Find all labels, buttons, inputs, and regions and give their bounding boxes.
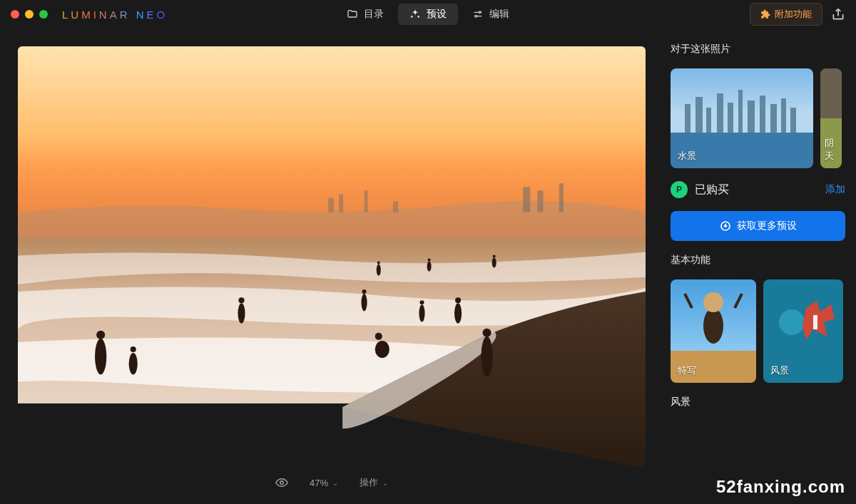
photo-canvas[interactable] <box>18 46 646 468</box>
svg-point-16 <box>238 297 244 303</box>
app-logo: LUMINAR NEO <box>62 9 168 21</box>
image-viewer: 47% ⌄ 操作 ⌄ <box>0 29 663 504</box>
svg-point-22 <box>419 300 424 304</box>
maximize-window-button[interactable] <box>39 10 48 19</box>
svg-rect-5 <box>365 190 368 212</box>
svg-point-19 <box>361 294 367 311</box>
sliders-icon <box>472 9 484 20</box>
zoom-control[interactable]: 47% ⌄ <box>310 478 338 488</box>
actions-menu[interactable]: 操作 ⌄ <box>360 476 388 489</box>
main-area: 47% ⌄ 操作 ⌄ 对于这张照片 水景 <box>0 29 856 504</box>
svg-point-0 <box>479 11 481 14</box>
svg-point-27 <box>377 264 381 276</box>
svg-rect-4 <box>339 194 343 212</box>
svg-point-13 <box>129 353 138 374</box>
svg-point-24 <box>455 297 461 303</box>
chevron-down-icon: ⌄ <box>382 479 388 487</box>
svg-point-26 <box>483 329 491 337</box>
tab-catalog[interactable]: 目录 <box>335 4 395 25</box>
svg-rect-38 <box>706 108 711 133</box>
svg-point-31 <box>492 258 496 268</box>
svg-point-1 <box>475 15 477 17</box>
svg-rect-43 <box>760 96 765 133</box>
preset-label: 水景 <box>678 150 696 163</box>
svg-rect-47 <box>820 68 842 118</box>
compare-button[interactable] <box>275 476 288 489</box>
addons-button[interactable]: 附加功能 <box>750 3 822 26</box>
svg-rect-40 <box>728 103 733 133</box>
svg-point-23 <box>454 303 462 323</box>
actions-label: 操作 <box>360 476 378 489</box>
mode-tabs: 目录 预设 编辑 <box>335 4 521 25</box>
tab-catalog-label: 目录 <box>364 8 384 21</box>
preset-label: 阴天 <box>825 137 842 163</box>
tab-presets-label: 预设 <box>427 8 447 21</box>
svg-point-14 <box>131 346 136 352</box>
get-more-presets-button[interactable]: 获取更多预设 <box>671 211 845 241</box>
svg-point-55 <box>779 309 805 335</box>
preset-card-water[interactable]: 水景 <box>671 68 813 168</box>
svg-rect-39 <box>717 93 723 133</box>
minimize-window-button[interactable] <box>25 10 34 19</box>
zoom-value: 47% <box>310 478 328 488</box>
eye-icon <box>275 476 288 489</box>
sparkle-icon <box>409 9 421 20</box>
folder-icon <box>347 9 358 20</box>
svg-point-21 <box>419 304 424 322</box>
svg-rect-9 <box>559 183 564 212</box>
purchased-label: 已购买 <box>695 182 729 197</box>
svg-point-53 <box>703 292 723 312</box>
puzzle-icon <box>760 9 770 19</box>
addons-label: 附加功能 <box>775 8 812 21</box>
svg-point-15 <box>238 303 245 323</box>
for-this-photo-row[interactable]: 水景 阴天 <box>671 68 845 168</box>
svg-rect-3 <box>328 198 334 212</box>
svg-point-17 <box>375 341 389 358</box>
svg-point-18 <box>375 333 382 340</box>
svg-rect-36 <box>685 104 691 133</box>
get-more-label: 获取更多预设 <box>737 220 797 232</box>
svg-point-11 <box>95 339 106 375</box>
svg-rect-6 <box>393 202 398 212</box>
preset-label: 风景 <box>770 364 789 377</box>
svg-point-29 <box>427 262 432 272</box>
window-controls <box>11 10 48 19</box>
svg-rect-8 <box>537 190 543 212</box>
preset-label: 特写 <box>678 364 696 377</box>
basic-row[interactable]: 特写 风景 <box>671 279 845 383</box>
svg-point-12 <box>96 331 105 339</box>
tab-edit[interactable]: 编辑 <box>461 4 521 25</box>
svg-rect-44 <box>770 104 777 133</box>
download-icon <box>720 220 731 232</box>
svg-rect-41 <box>738 90 743 133</box>
purchased-badge-icon: P <box>671 181 688 198</box>
add-link[interactable]: 添加 <box>825 183 845 196</box>
chevron-down-icon: ⌄ <box>332 479 338 487</box>
svg-rect-56 <box>813 315 817 329</box>
watermark: 52fanxing.com <box>716 477 845 497</box>
close-window-button[interactable] <box>11 10 19 19</box>
svg-rect-37 <box>696 97 703 133</box>
purchased-row: P 已购买 添加 <box>671 181 845 198</box>
svg-rect-46 <box>790 108 796 133</box>
svg-rect-45 <box>781 98 786 133</box>
preset-card-landscape[interactable]: 风景 <box>763 279 843 383</box>
svg-point-52 <box>703 308 723 344</box>
header-right-actions: 附加功能 <box>750 3 845 26</box>
preset-card-cloudy[interactable]: 阴天 <box>820 68 842 168</box>
svg-point-33 <box>280 481 284 485</box>
share-button[interactable] <box>831 7 845 21</box>
viewer-footer: 47% ⌄ 操作 ⌄ <box>18 468 646 497</box>
tab-presets[interactable]: 预设 <box>398 4 458 25</box>
svg-point-25 <box>481 336 492 377</box>
beach-sunset-photo <box>18 46 646 468</box>
landscape-section-title: 风景 <box>671 396 845 408</box>
svg-point-32 <box>493 254 496 257</box>
presets-panel: 对于这张照片 水景 阴天 P 已购买 添加 <box>663 29 856 504</box>
svg-point-20 <box>362 289 367 294</box>
svg-rect-42 <box>748 101 755 133</box>
preset-card-featured[interactable]: 特写 <box>671 279 756 383</box>
basic-title: 基本功能 <box>671 254 845 267</box>
for-this-photo-title: 对于这张照片 <box>671 43 845 56</box>
svg-point-28 <box>377 262 380 264</box>
